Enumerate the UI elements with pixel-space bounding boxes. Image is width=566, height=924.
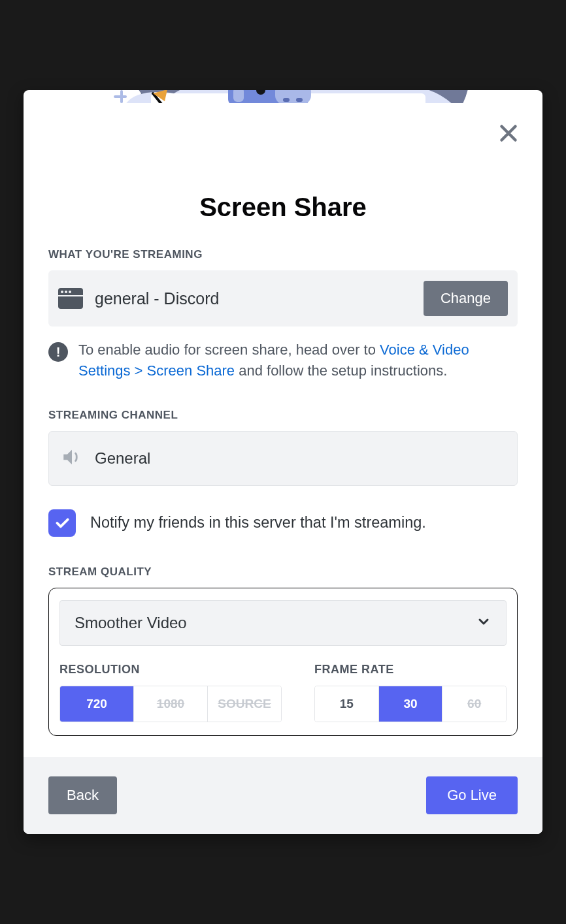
- checkmark-icon: [54, 515, 71, 532]
- resolution-label: RESOLUTION: [59, 663, 282, 677]
- svg-rect-15: [275, 90, 311, 103]
- quality-preset-select[interactable]: Smoother Video: [59, 600, 507, 646]
- svg-rect-2: [114, 95, 127, 98]
- notify-label: Notify my friends in this server that I'…: [90, 514, 426, 532]
- hero-illustration: [24, 90, 542, 178]
- svg-rect-16: [283, 98, 290, 102]
- streaming-label: WHAT YOU'RE STREAMING: [48, 248, 518, 261]
- streaming-source-box: general - Discord Change: [48, 270, 518, 327]
- framerate-option-15[interactable]: 15: [315, 686, 379, 722]
- notify-row: Notify my friends in this server that I'…: [48, 509, 518, 537]
- resolution-option-720[interactable]: 720: [60, 686, 134, 722]
- streaming-channel-select[interactable]: General: [48, 431, 518, 486]
- audio-info-text: To enable audio for screen share, head o…: [78, 340, 518, 381]
- window-icon: [58, 288, 83, 309]
- svg-point-34: [65, 291, 67, 293]
- modal-title: Screen Share: [48, 193, 518, 222]
- modal-footer: Back Go Live: [24, 757, 542, 834]
- info-icon: !: [48, 342, 68, 362]
- close-button[interactable]: [497, 121, 520, 145]
- quality-preset-value: Smoother Video: [75, 614, 187, 632]
- screen-share-modal: Screen Share WHAT YOU'RE STREAMING gener…: [24, 90, 542, 834]
- streaming-window-title: general - Discord: [95, 289, 412, 308]
- svg-point-35: [69, 291, 71, 293]
- info-text-before: To enable audio for screen share, head o…: [78, 342, 380, 358]
- framerate-option-60: 60: [442, 686, 506, 722]
- info-text-after: and follow the setup instructions.: [235, 362, 447, 379]
- channel-name: General: [95, 449, 150, 468]
- resolution-option-1080: 1080: [134, 686, 208, 722]
- speaker-icon: [61, 446, 83, 471]
- resolution-option-source: SOURCE: [208, 686, 281, 722]
- resolution-segmented: 7201080SOURCE: [59, 686, 282, 722]
- notify-checkbox[interactable]: [48, 509, 76, 537]
- framerate-segmented: 153060: [314, 686, 507, 722]
- change-button[interactable]: Change: [424, 281, 508, 316]
- svg-rect-17: [296, 98, 303, 102]
- quality-label: STREAM QUALITY: [48, 566, 518, 579]
- audio-info-row: ! To enable audio for screen share, head…: [48, 340, 518, 381]
- close-icon: [497, 121, 520, 145]
- framerate-label: FRAME RATE: [314, 663, 507, 677]
- svg-point-33: [61, 291, 63, 293]
- channel-label: STREAMING CHANNEL: [48, 409, 518, 422]
- chevron-down-icon: [476, 614, 491, 632]
- framerate-option-30[interactable]: 30: [379, 686, 443, 722]
- go-live-button[interactable]: Go Live: [426, 776, 518, 814]
- svg-rect-36: [58, 295, 83, 296]
- back-button[interactable]: Back: [48, 776, 117, 814]
- svg-rect-13: [233, 90, 244, 102]
- quality-container: Smoother Video RESOLUTION 7201080SOURCE …: [48, 588, 518, 736]
